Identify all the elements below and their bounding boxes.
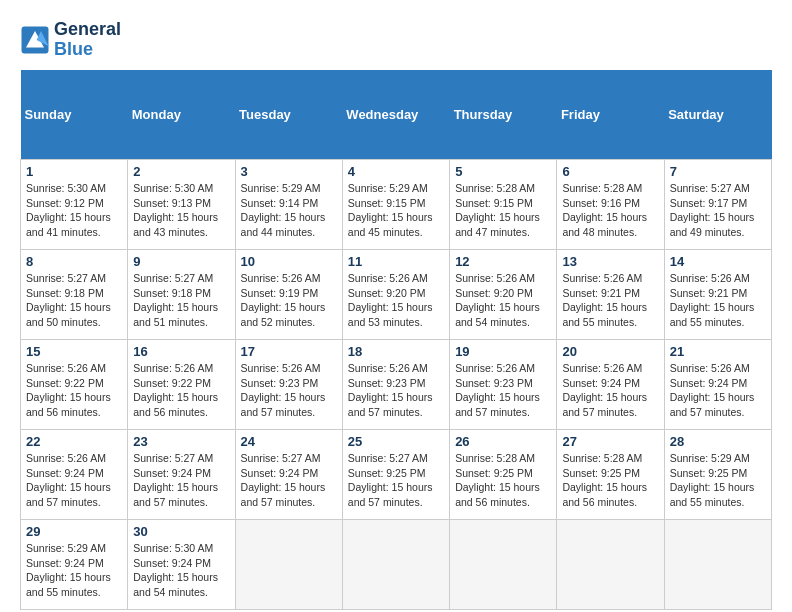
calendar-cell: 4Sunrise: 5:29 AMSunset: 9:15 PMDaylight… (342, 160, 449, 250)
day-header-thursday: Thursday (450, 70, 557, 160)
cell-info: Sunrise: 5:28 AMSunset: 9:15 PMDaylight:… (455, 181, 551, 240)
logo-icon (20, 25, 50, 55)
cell-info: Sunrise: 5:27 AMSunset: 9:24 PMDaylight:… (241, 451, 337, 510)
day-number: 1 (26, 164, 122, 179)
day-number: 23 (133, 434, 229, 449)
day-number: 7 (670, 164, 766, 179)
calendar-cell: 14Sunrise: 5:26 AMSunset: 9:21 PMDayligh… (664, 250, 771, 340)
day-number: 16 (133, 344, 229, 359)
cell-info: Sunrise: 5:27 AMSunset: 9:18 PMDaylight:… (133, 271, 229, 330)
day-number: 20 (562, 344, 658, 359)
calendar-cell (235, 520, 342, 610)
day-header-monday: Monday (128, 70, 235, 160)
calendar-cell: 18Sunrise: 5:26 AMSunset: 9:23 PMDayligh… (342, 340, 449, 430)
day-number: 30 (133, 524, 229, 539)
calendar-cell: 12Sunrise: 5:26 AMSunset: 9:20 PMDayligh… (450, 250, 557, 340)
cell-info: Sunrise: 5:26 AMSunset: 9:20 PMDaylight:… (455, 271, 551, 330)
calendar-cell: 26Sunrise: 5:28 AMSunset: 9:25 PMDayligh… (450, 430, 557, 520)
day-number: 2 (133, 164, 229, 179)
calendar-cell: 22Sunrise: 5:26 AMSunset: 9:24 PMDayligh… (21, 430, 128, 520)
day-number: 5 (455, 164, 551, 179)
cell-info: Sunrise: 5:26 AMSunset: 9:22 PMDaylight:… (26, 361, 122, 420)
day-number: 8 (26, 254, 122, 269)
cell-info: Sunrise: 5:27 AMSunset: 9:18 PMDaylight:… (26, 271, 122, 330)
calendar-cell: 6Sunrise: 5:28 AMSunset: 9:16 PMDaylight… (557, 160, 664, 250)
cell-info: Sunrise: 5:26 AMSunset: 9:24 PMDaylight:… (670, 361, 766, 420)
day-header-wednesday: Wednesday (342, 70, 449, 160)
day-header-sunday: Sunday (21, 70, 128, 160)
calendar-cell (664, 520, 771, 610)
calendar-cell: 27Sunrise: 5:28 AMSunset: 9:25 PMDayligh… (557, 430, 664, 520)
calendar-cell: 13Sunrise: 5:26 AMSunset: 9:21 PMDayligh… (557, 250, 664, 340)
day-number: 29 (26, 524, 122, 539)
cell-info: Sunrise: 5:26 AMSunset: 9:22 PMDaylight:… (133, 361, 229, 420)
day-number: 4 (348, 164, 444, 179)
calendar-cell: 1Sunrise: 5:30 AMSunset: 9:12 PMDaylight… (21, 160, 128, 250)
cell-info: Sunrise: 5:29 AMSunset: 9:25 PMDaylight:… (670, 451, 766, 510)
calendar-cell: 29Sunrise: 5:29 AMSunset: 9:24 PMDayligh… (21, 520, 128, 610)
calendar-cell: 23Sunrise: 5:27 AMSunset: 9:24 PMDayligh… (128, 430, 235, 520)
calendar-cell: 25Sunrise: 5:27 AMSunset: 9:25 PMDayligh… (342, 430, 449, 520)
day-number: 25 (348, 434, 444, 449)
day-number: 17 (241, 344, 337, 359)
calendar-cell: 9Sunrise: 5:27 AMSunset: 9:18 PMDaylight… (128, 250, 235, 340)
cell-info: Sunrise: 5:26 AMSunset: 9:21 PMDaylight:… (670, 271, 766, 330)
calendar-cell: 20Sunrise: 5:26 AMSunset: 9:24 PMDayligh… (557, 340, 664, 430)
day-number: 28 (670, 434, 766, 449)
calendar-cell: 8Sunrise: 5:27 AMSunset: 9:18 PMDaylight… (21, 250, 128, 340)
day-header-friday: Friday (557, 70, 664, 160)
calendar-table: SundayMondayTuesdayWednesdayThursdayFrid… (20, 70, 772, 611)
day-number: 3 (241, 164, 337, 179)
cell-info: Sunrise: 5:30 AMSunset: 9:12 PMDaylight:… (26, 181, 122, 240)
cell-info: Sunrise: 5:26 AMSunset: 9:20 PMDaylight:… (348, 271, 444, 330)
calendar-cell: 16Sunrise: 5:26 AMSunset: 9:22 PMDayligh… (128, 340, 235, 430)
calendar-cell: 3Sunrise: 5:29 AMSunset: 9:14 PMDaylight… (235, 160, 342, 250)
cell-info: Sunrise: 5:28 AMSunset: 9:25 PMDaylight:… (455, 451, 551, 510)
logo-text: General Blue (54, 20, 121, 60)
calendar-cell: 21Sunrise: 5:26 AMSunset: 9:24 PMDayligh… (664, 340, 771, 430)
calendar-cell: 17Sunrise: 5:26 AMSunset: 9:23 PMDayligh… (235, 340, 342, 430)
calendar-cell: 10Sunrise: 5:26 AMSunset: 9:19 PMDayligh… (235, 250, 342, 340)
day-number: 21 (670, 344, 766, 359)
day-number: 18 (348, 344, 444, 359)
day-header-tuesday: Tuesday (235, 70, 342, 160)
cell-info: Sunrise: 5:30 AMSunset: 9:24 PMDaylight:… (133, 541, 229, 600)
page-header: General Blue (20, 20, 772, 60)
day-number: 27 (562, 434, 658, 449)
cell-info: Sunrise: 5:26 AMSunset: 9:24 PMDaylight:… (26, 451, 122, 510)
day-number: 26 (455, 434, 551, 449)
day-number: 12 (455, 254, 551, 269)
calendar-cell: 24Sunrise: 5:27 AMSunset: 9:24 PMDayligh… (235, 430, 342, 520)
cell-info: Sunrise: 5:27 AMSunset: 9:25 PMDaylight:… (348, 451, 444, 510)
calendar-cell: 2Sunrise: 5:30 AMSunset: 9:13 PMDaylight… (128, 160, 235, 250)
cell-info: Sunrise: 5:29 AMSunset: 9:24 PMDaylight:… (26, 541, 122, 600)
calendar-cell: 11Sunrise: 5:26 AMSunset: 9:20 PMDayligh… (342, 250, 449, 340)
calendar-cell: 15Sunrise: 5:26 AMSunset: 9:22 PMDayligh… (21, 340, 128, 430)
logo: General Blue (20, 20, 121, 60)
cell-info: Sunrise: 5:28 AMSunset: 9:16 PMDaylight:… (562, 181, 658, 240)
calendar-cell: 5Sunrise: 5:28 AMSunset: 9:15 PMDaylight… (450, 160, 557, 250)
day-number: 10 (241, 254, 337, 269)
calendar-cell: 30Sunrise: 5:30 AMSunset: 9:24 PMDayligh… (128, 520, 235, 610)
cell-info: Sunrise: 5:28 AMSunset: 9:25 PMDaylight:… (562, 451, 658, 510)
cell-info: Sunrise: 5:27 AMSunset: 9:24 PMDaylight:… (133, 451, 229, 510)
cell-info: Sunrise: 5:29 AMSunset: 9:15 PMDaylight:… (348, 181, 444, 240)
calendar-cell (557, 520, 664, 610)
day-number: 15 (26, 344, 122, 359)
day-number: 22 (26, 434, 122, 449)
calendar-cell: 19Sunrise: 5:26 AMSunset: 9:23 PMDayligh… (450, 340, 557, 430)
day-header-saturday: Saturday (664, 70, 771, 160)
cell-info: Sunrise: 5:26 AMSunset: 9:23 PMDaylight:… (241, 361, 337, 420)
cell-info: Sunrise: 5:26 AMSunset: 9:23 PMDaylight:… (455, 361, 551, 420)
cell-info: Sunrise: 5:26 AMSunset: 9:19 PMDaylight:… (241, 271, 337, 330)
day-number: 19 (455, 344, 551, 359)
day-number: 14 (670, 254, 766, 269)
cell-info: Sunrise: 5:26 AMSunset: 9:23 PMDaylight:… (348, 361, 444, 420)
day-number: 11 (348, 254, 444, 269)
day-number: 24 (241, 434, 337, 449)
calendar-cell (450, 520, 557, 610)
cell-info: Sunrise: 5:26 AMSunset: 9:24 PMDaylight:… (562, 361, 658, 420)
cell-info: Sunrise: 5:29 AMSunset: 9:14 PMDaylight:… (241, 181, 337, 240)
day-number: 9 (133, 254, 229, 269)
cell-info: Sunrise: 5:27 AMSunset: 9:17 PMDaylight:… (670, 181, 766, 240)
